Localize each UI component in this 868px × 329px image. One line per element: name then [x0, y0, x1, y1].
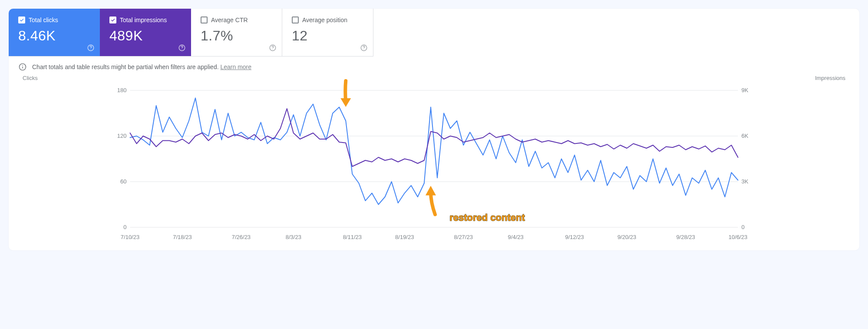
left-axis-title: Clicks	[23, 75, 38, 81]
metric-value: 8.46K	[18, 28, 90, 44]
svg-text:8/27/23: 8/27/23	[454, 234, 473, 240]
metric-tiles-row: Total clicks8.46KTotal impressions489KAv…	[9, 9, 859, 56]
info-icon	[18, 63, 27, 71]
checkbox-icon	[109, 17, 116, 23]
svg-text:180: 180	[117, 87, 127, 93]
series-clicks	[130, 98, 738, 205]
metric-value: 1.7%	[201, 28, 272, 44]
svg-text:7/18/23: 7/18/23	[173, 234, 191, 240]
svg-point-5	[272, 49, 273, 50]
checkbox-icon	[18, 17, 25, 23]
metric-tile-clicks[interactable]: Total clicks8.46K	[9, 9, 100, 56]
svg-text:10/6/23: 10/6/23	[729, 234, 747, 240]
svg-point-7	[363, 49, 364, 50]
metric-value: 12	[292, 28, 363, 44]
svg-point-3	[182, 49, 182, 50]
metric-label: Total impressions	[120, 17, 167, 23]
svg-text:9/20/23: 9/20/23	[617, 234, 636, 240]
svg-text:9K: 9K	[742, 87, 749, 93]
notice-text: Chart totals and table results might be …	[32, 63, 251, 70]
metric-tile-ctr[interactable]: Average CTR1.7%	[191, 9, 282, 56]
metric-tile-position[interactable]: Average position12	[282, 9, 373, 56]
chart-svg: 00603K1206K1809K7/10/237/18/237/26/238/3…	[18, 77, 850, 243]
help-icon[interactable]	[269, 44, 277, 52]
svg-point-1	[90, 49, 91, 50]
right-axis-title: Impressions	[815, 75, 845, 81]
learn-more-link[interactable]: Learn more	[220, 63, 251, 70]
svg-text:0: 0	[123, 224, 126, 230]
metric-value: 489K	[109, 28, 182, 44]
performance-card: Total clicks8.46KTotal impressions489KAv…	[9, 9, 859, 250]
annotation-removed-content: removed content	[290, 77, 367, 78]
svg-text:60: 60	[120, 178, 126, 185]
svg-text:8/3/23: 8/3/23	[286, 234, 301, 240]
svg-text:7/10/23: 7/10/23	[121, 234, 139, 240]
metric-label: Average position	[302, 17, 347, 23]
checkbox-icon	[292, 17, 299, 23]
checkbox-icon	[201, 17, 208, 23]
help-icon[interactable]	[178, 44, 186, 52]
svg-text:0: 0	[742, 224, 745, 230]
svg-text:120: 120	[117, 133, 127, 139]
svg-text:9/28/23: 9/28/23	[676, 234, 695, 240]
annotation-restored-content: restored content	[449, 212, 525, 223]
metric-tile-impressions[interactable]: Total impressions489K	[100, 9, 191, 56]
svg-text:8/19/23: 8/19/23	[395, 234, 414, 240]
svg-point-10	[22, 65, 23, 66]
svg-text:3K: 3K	[742, 178, 749, 185]
performance-chart: Clicks Impressions 00603K1206K1809K7/10/…	[9, 73, 859, 243]
help-icon[interactable]	[360, 44, 368, 52]
help-icon[interactable]	[87, 44, 95, 52]
metric-label: Average CTR	[211, 17, 248, 23]
metric-label: Total clicks	[29, 17, 58, 23]
svg-text:7/26/23: 7/26/23	[232, 234, 251, 240]
svg-text:9/4/23: 9/4/23	[508, 234, 524, 240]
svg-text:9/12/23: 9/12/23	[565, 234, 584, 240]
svg-text:8/11/23: 8/11/23	[343, 234, 362, 240]
svg-text:6K: 6K	[742, 133, 749, 139]
partial-data-notice: Chart totals and table results might be …	[9, 56, 859, 73]
